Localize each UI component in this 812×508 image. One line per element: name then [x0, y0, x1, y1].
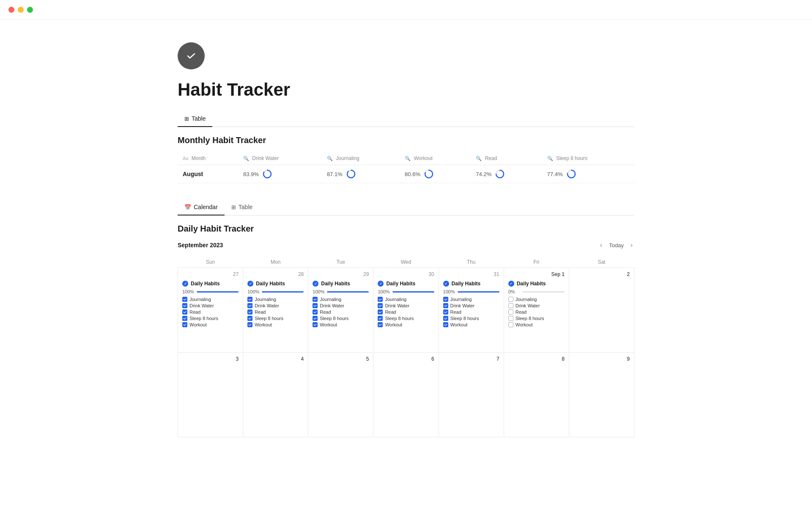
day-sep-2[interactable]: 2 [569, 268, 634, 353]
habits-complete-icon: ✓ [443, 281, 449, 287]
habit-journaling[interactable]: Journaling [508, 297, 565, 302]
habit-sleep[interactable]: Sleep 8 hours [182, 316, 239, 321]
app-icon [178, 42, 205, 69]
checkbox-journaling[interactable] [247, 297, 252, 302]
habit-journaling[interactable]: Journaling [182, 297, 239, 302]
habit-drink-water[interactable]: Drink Water [443, 303, 499, 308]
habit-drink-water[interactable]: Drink Water [378, 303, 434, 308]
day-number: 4 [247, 356, 304, 362]
monthly-habit-table: Aa Month 🔍 Drink Water 🔍 Journaling 🔍 Wo… [178, 152, 634, 183]
tab-table-monthly[interactable]: ⊞ Table [178, 112, 212, 127]
dow-sat: Sat [569, 257, 634, 268]
col-sleep: 🔍 Sleep 8 hours [542, 152, 634, 165]
day-aug-29[interactable]: 29 ✓ Daily Habits 100% [308, 268, 373, 353]
tab-table-daily[interactable]: ⊞ Table [225, 200, 259, 215]
habit-read[interactable]: Read [508, 309, 565, 315]
habit-sleep[interactable]: Sleep 8 hours [247, 316, 304, 321]
page-title: Habit Tracker [178, 80, 634, 100]
table-row[interactable]: August 83.9% 87.1% [178, 165, 634, 183]
cell-drink-water: 83.9% [238, 165, 322, 183]
checkbox-workout[interactable] [182, 322, 187, 327]
day-sep-4[interactable]: 4 [243, 353, 308, 437]
checkbox-journaling[interactable] [182, 297, 187, 302]
cell-workout: 80.6% [400, 165, 471, 183]
day-aug-28[interactable]: 28 ✓ Daily Habits 100% [243, 268, 308, 353]
prev-month-button[interactable]: ‹ [598, 240, 604, 250]
table-icon-daily: ⊞ [231, 204, 236, 210]
habit-drink-water[interactable]: Drink Water [247, 303, 304, 308]
day-number: 3 [182, 356, 239, 362]
habit-read[interactable]: Read [443, 309, 499, 315]
day-sep-1[interactable]: Sep 1 ✓ Daily Habits 0% [504, 268, 569, 353]
calendar-week-1: 27 ✓ Daily Habits 100% [178, 268, 634, 353]
day-sep-7[interactable]: 7 [439, 353, 504, 437]
day-sep-9[interactable]: 9 [569, 353, 634, 437]
calendar-header: September 2023 ‹ Today › [178, 240, 634, 250]
habit-drink-water[interactable]: Drink Water [182, 303, 239, 308]
habit-workout[interactable]: Workout [508, 322, 565, 327]
day-number: 7 [443, 356, 499, 362]
svg-point-4 [347, 170, 355, 178]
col-read: 🔍 Read [471, 152, 542, 165]
monthly-tabs: ⊞ Table [178, 112, 634, 127]
minimize-button[interactable] [18, 7, 24, 13]
calendar-grid: Sun Mon Tue Wed Thu Fri Sat 27 ✓ [178, 257, 634, 437]
habit-journaling[interactable]: Journaling [378, 297, 434, 302]
progress-bar [327, 291, 369, 293]
habit-journaling[interactable]: Journaling [443, 297, 499, 302]
progress-bar [523, 291, 565, 293]
day-number: 27 [182, 271, 239, 277]
close-button[interactable] [8, 7, 14, 13]
next-month-button[interactable]: › [629, 240, 634, 250]
habit-sleep[interactable]: Sleep 8 hours [378, 316, 434, 321]
dow-wed: Wed [373, 257, 439, 268]
day-sep-3[interactable]: 3 [178, 353, 243, 437]
dow-mon: Mon [243, 257, 308, 268]
habit-workout[interactable]: Workout [443, 322, 499, 327]
habit-read[interactable]: Read [182, 309, 239, 315]
habit-read[interactable]: Read [247, 309, 304, 315]
day-sep-8[interactable]: 8 [504, 353, 569, 437]
day-aug-30[interactable]: 30 ✓ Daily Habits 100% [373, 268, 439, 353]
habit-journaling[interactable]: Journaling [247, 297, 304, 302]
day-number: 30 [378, 271, 434, 277]
checkbox-drink-water[interactable] [247, 303, 252, 308]
habit-drink-water[interactable]: Drink Water [508, 303, 565, 308]
habit-read[interactable]: Read [378, 309, 434, 315]
day-number: 31 [443, 271, 499, 277]
checkmark-icon [184, 49, 198, 63]
day-number: 6 [378, 356, 434, 362]
checkbox-workout[interactable] [247, 322, 252, 327]
checkbox-read[interactable] [182, 309, 187, 315]
checkbox-sleep[interactable] [182, 316, 187, 321]
habit-sleep[interactable]: Sleep 8 hours [508, 316, 565, 321]
today-button[interactable]: Today [609, 242, 624, 248]
checkbox-read[interactable] [247, 309, 252, 315]
col-workout: 🔍 Workout [400, 152, 471, 165]
habit-drink-water[interactable]: Drink Water [313, 303, 369, 308]
tab-calendar[interactable]: 📅 Calendar [178, 200, 225, 215]
calendar-week-2: 3 4 5 6 [178, 353, 634, 437]
cell-sleep: 77.4% [542, 165, 634, 183]
title-bar [0, 0, 812, 20]
day-sep-5[interactable]: 5 [308, 353, 373, 437]
habit-journaling[interactable]: Journaling [313, 297, 369, 302]
day-sep-6[interactable]: 6 [373, 353, 439, 437]
day-number: 29 [313, 271, 369, 277]
daily-habits-card: ✓ Daily Habits 100% [182, 281, 239, 327]
dow-thu: Thu [439, 257, 504, 268]
habit-sleep[interactable]: Sleep 8 hours [443, 316, 499, 321]
habit-workout[interactable]: Workout [313, 322, 369, 327]
habit-workout[interactable]: Workout [378, 322, 434, 327]
checkbox-drink-water[interactable] [182, 303, 187, 308]
habit-read[interactable]: Read [313, 309, 369, 315]
day-aug-31[interactable]: 31 ✓ Daily Habits 100% [439, 268, 504, 353]
checkbox-sleep[interactable] [247, 316, 252, 321]
dow-sun: Sun [178, 257, 243, 268]
habit-workout[interactable]: Workout [247, 322, 304, 327]
habit-workout[interactable]: Workout [182, 322, 239, 327]
day-aug-27[interactable]: 27 ✓ Daily Habits 100% [178, 268, 243, 353]
habit-sleep[interactable]: Sleep 8 hours [313, 316, 369, 321]
maximize-button[interactable] [27, 7, 33, 13]
svg-point-0 [185, 50, 198, 62]
